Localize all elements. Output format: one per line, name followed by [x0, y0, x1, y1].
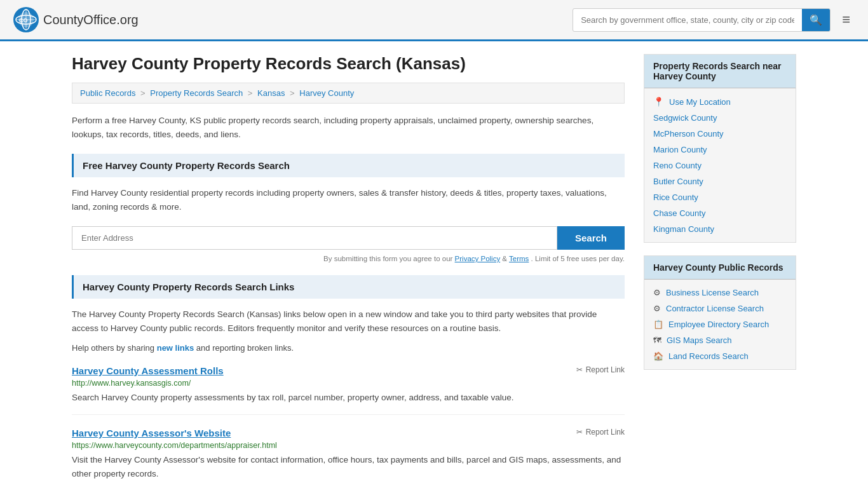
chase-county-link[interactable]: Chase County	[653, 208, 705, 218]
sidebar-public-records-title: Harvey County Public Records	[644, 256, 796, 280]
header-right: 🔍 ≡	[573, 8, 855, 32]
links-section: Harvey County Property Records Search Li…	[72, 275, 625, 488]
link-url-assessors-website[interactable]: https://www.harveycounty.com/departments…	[72, 441, 625, 450]
svg-text:CO: CO	[19, 17, 28, 24]
sidebar-item-sedgwick[interactable]: Sedgwick County	[644, 110, 796, 126]
report-link-button-2[interactable]: ✂ Report Link	[576, 428, 625, 437]
links-heading: Harvey County Property Records Search Li…	[72, 275, 625, 299]
link-title-assessors-website[interactable]: Harvey County Assessor's Website	[72, 428, 231, 438]
sidebar-item-contractor-license[interactable]: ⚙ Contractor License Search	[644, 301, 796, 316]
land-records-link[interactable]: Land Records Search	[668, 351, 749, 361]
location-icon: 📍	[653, 97, 664, 107]
sidebar-item-land-records[interactable]: 🏠 Land Records Search	[644, 348, 796, 364]
logo-icon: CO	[13, 6, 39, 33]
sidebar-item-reno[interactable]: Reno County	[644, 158, 796, 173]
business-license-icon: ⚙	[653, 288, 661, 297]
business-license-link[interactable]: Business License Search	[666, 288, 759, 297]
header-search-button[interactable]: 🔍	[802, 9, 830, 31]
breadcrumb-public-records[interactable]: Public Records	[80, 88, 135, 98]
employee-directory-icon: 📋	[653, 320, 663, 329]
links-description: The Harvey County Property Records Searc…	[72, 308, 625, 335]
sidebar-item-butler[interactable]: Butler County	[644, 173, 796, 189]
link-desc-assessors-website: Visit the Harvey County Assessor's websi…	[72, 453, 625, 480]
header-search-bar[interactable]: 🔍	[573, 8, 831, 32]
butler-county-link[interactable]: Butler County	[653, 177, 703, 186]
page-container: Harvey County Property Records Search (K…	[59, 41, 809, 488]
contractor-license-link[interactable]: Contractor License Search	[666, 304, 764, 313]
use-my-location-link[interactable]: Use My Location	[669, 97, 731, 107]
mcpherson-county-link[interactable]: McPherson County	[653, 129, 724, 139]
address-search-form: Search By submitting this form you agree…	[72, 226, 625, 262]
terms-link[interactable]: Terms	[509, 255, 529, 262]
free-search-heading: Free Harvey County Property Records Sear…	[72, 154, 625, 177]
share-line: Help others by sharing new links and rep…	[72, 343, 625, 353]
sidebar-nearby-list: 📍 Use My Location Sedgwick County McPher…	[644, 88, 796, 242]
kingman-county-link[interactable]: Kingman County	[653, 224, 714, 234]
sidebar-use-location[interactable]: 📍 Use My Location	[644, 93, 796, 110]
link-desc-assessment-rolls: Search Harvey County property assessment…	[72, 391, 625, 405]
sidebar-public-records-list: ⚙ Business License Search ⚙ Contractor L…	[644, 280, 796, 369]
employee-directory-link[interactable]: Employee Directory Search	[668, 320, 769, 329]
breadcrumb-property-records[interactable]: Property Records Search	[150, 88, 243, 98]
link-url-assessment-rolls[interactable]: http://www.harvey.kansasgis.com/	[72, 379, 625, 388]
link-item-assessment-rolls: Harvey County Assessment Rolls ✂ Report …	[72, 365, 625, 416]
sidebar-item-mcpherson[interactable]: McPherson County	[644, 126, 796, 142]
sidebar-item-gis-maps[interactable]: 🗺 GIS Maps Search	[644, 332, 796, 348]
sidebar-item-business-license[interactable]: ⚙ Business License Search	[644, 285, 796, 301]
sidebar-nearby-title: Property Records Search near Harvey Coun…	[644, 55, 796, 88]
sidebar-public-records-section: Harvey County Public Records ⚙ Business …	[644, 255, 796, 370]
reno-county-link[interactable]: Reno County	[653, 161, 702, 170]
free-search-description: Find Harvey County residential property …	[72, 186, 625, 214]
link-item-assessors-website: Harvey County Assessor's Website ✂ Repor…	[72, 428, 625, 488]
sidebar-item-kingman[interactable]: Kingman County	[644, 221, 796, 237]
sidebar-item-marion[interactable]: Marion County	[644, 142, 796, 158]
page-title: Harvey County Property Records Search (K…	[72, 54, 625, 74]
hamburger-menu[interactable]: ≡	[837, 9, 855, 30]
logo-area[interactable]: CO CountyOffice.org	[13, 6, 139, 33]
logo-text: CountyOffice.org	[43, 13, 139, 27]
marion-county-link[interactable]: Marion County	[653, 145, 707, 154]
gis-maps-link[interactable]: GIS Maps Search	[667, 336, 732, 345]
sidebar: Property Records Search near Harvey Coun…	[644, 54, 796, 488]
sidebar-nearby-section: Property Records Search near Harvey Coun…	[644, 54, 796, 243]
sedgwick-county-link[interactable]: Sedgwick County	[653, 113, 717, 123]
new-links-link[interactable]: new links	[157, 343, 194, 353]
form-note: By submitting this form you agree to our…	[72, 255, 625, 262]
link-title-assessment-rolls[interactable]: Harvey County Assessment Rolls	[72, 365, 224, 376]
header: CO CountyOffice.org 🔍 ≡	[0, 0, 868, 41]
header-search-input[interactable]	[573, 10, 802, 30]
sidebar-item-employee-directory[interactable]: 📋 Employee Directory Search	[644, 316, 796, 332]
sidebar-item-chase[interactable]: Chase County	[644, 205, 796, 221]
report-link-button-1[interactable]: ✂ Report Link	[576, 365, 625, 374]
breadcrumb: Public Records > Property Records Search…	[72, 83, 625, 104]
rice-county-link[interactable]: Rice County	[653, 193, 698, 202]
page-description: Perform a free Harvey County, KS public …	[72, 114, 625, 141]
gis-maps-icon: 🗺	[653, 336, 661, 345]
land-records-icon: 🏠	[653, 351, 663, 361]
breadcrumb-harvey-county[interactable]: Harvey County	[299, 88, 354, 98]
privacy-policy-link[interactable]: Privacy Policy	[455, 255, 501, 262]
sidebar-item-rice[interactable]: Rice County	[644, 189, 796, 205]
free-search-section: Free Harvey County Property Records Sear…	[72, 154, 625, 262]
address-row: Search	[72, 226, 625, 250]
address-search-button[interactable]: Search	[557, 226, 625, 250]
address-input[interactable]	[72, 226, 557, 250]
contractor-license-icon: ⚙	[653, 304, 661, 313]
breadcrumb-kansas[interactable]: Kansas	[257, 88, 285, 98]
main-content: Harvey County Property Records Search (K…	[72, 54, 625, 488]
